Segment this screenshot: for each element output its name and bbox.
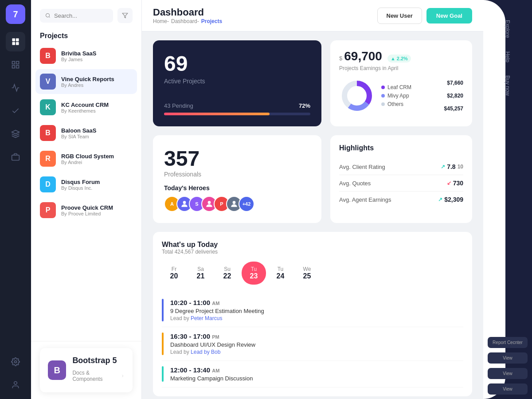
docs-link[interactable]: Docs & Components [72,368,125,384]
legend-amounts: $7,660 $2,820 $45,257 [444,80,463,112]
earnings-amount: 69,700 [344,49,382,63]
breadcrumb-dashboard[interactable]: Dashboard- [171,18,199,24]
heroes-label: Today's Heroes [164,184,310,192]
earnings-value: $2,309 [444,196,463,203]
breadcrumb-home[interactable]: Home- [153,18,169,24]
search-input[interactable] [54,12,108,19]
highlight-row-earnings: Avg. Agent Earnings ↗ $2,309 [339,192,463,207]
rating-value: 7.8 [447,163,455,170]
sidebar-item-user-bottom[interactable] [6,375,25,395]
avatar-more[interactable]: +42 [239,196,254,212]
view-button-1[interactable]: View [488,352,528,364]
project-icon: B [40,48,56,64]
pending-row: 43 Pending 72% [164,102,310,109]
svg-rect-7 [16,66,19,68]
day-item[interactable]: Sa 21 [188,262,213,285]
day-name: Tu [278,266,284,272]
breadcrumb-projects[interactable]: Projects [201,18,222,24]
day-item[interactable]: Tu 24 [268,262,293,285]
sidebar-project-item[interactable]: K KC Account CRM By Keenthemes [35,95,137,120]
highlight-val-rating: ↗ 7.8 10 [441,163,463,170]
filter-button[interactable] [117,8,133,23]
svg-point-10 [15,361,17,363]
professionals-label: Professionals [164,171,310,178]
event-bar [162,332,164,355]
legend-dot-mivy [381,94,385,98]
sidebar-item-analytics[interactable] [6,78,25,98]
svg-point-12 [46,13,50,17]
docs-label: Docs & Components [72,370,118,382]
sidebar-project-item[interactable]: P Proove Quick CRM By Proove Limited [35,198,137,223]
day-number: 21 [197,272,205,280]
donut-chart [339,78,375,113]
bootstrap-card: B Bootstrap 5 Docs & Components [40,348,133,392]
pending-percent: 72% [299,102,310,109]
avatar-img-2 [180,200,189,208]
sidebar-item-grid[interactable] [6,55,25,74]
project-icon: R [40,151,56,167]
professionals-count: 357 [164,146,310,171]
svg-marker-8 [12,130,20,134]
sidebar-project-item[interactable]: D Disqus Forum By Disqus Inc. [35,172,137,197]
legend-leaf-crm: Leaf CRM [381,84,411,90]
svg-rect-5 [16,62,19,64]
sidebar-bottom: B Bootstrap 5 Docs & Components [31,341,141,399]
view-button-3[interactable]: View [488,383,528,395]
day-name: Fr [172,266,176,272]
day-item[interactable]: Su 22 [215,262,239,285]
day-item[interactable]: Fr 20 [162,262,186,285]
project-by: By Andres [61,82,133,88]
search-box[interactable] [40,9,113,23]
day-item[interactable]: We 25 [295,262,319,285]
day-number: 22 [223,272,231,280]
report-center-button[interactable]: Report Cecnter [488,337,528,348]
project-icon: P [40,202,56,218]
stats-row: 69 Active Projects 43 Pending 72% $ 69,7… [153,40,472,126]
breadcrumb: Home- Dashboard- Projects [153,18,222,24]
event-person-link[interactable]: Lead by Bob [191,349,220,355]
amount-mivy-app: $2,820 [444,93,463,99]
event-title: Dashboard UI/UX Design Review [170,341,255,348]
day-item[interactable]: Tu 23 [242,262,266,285]
project-icon: D [40,176,56,192]
earnings-card: $ 69,700 ▲ 2.2% Projects Earnings in Apr… [330,40,472,126]
new-goal-button[interactable]: New Goal [426,8,472,23]
days-row: Fr 20 Sa 21 Su 22 Tu 23 Tu 24 We 25 [162,262,463,285]
sidebar-project-item[interactable]: B Briviba SaaS By James [35,43,137,68]
legend-others: Others [381,101,411,107]
new-user-button[interactable]: New User [377,8,422,24]
project-name: Disqus Forum [61,179,133,185]
event-details: 12:00 - 13:40 AM Marketing Campaign Disc… [170,366,253,382]
svg-point-18 [183,201,186,204]
donut-legend: Leaf CRM Mivy App Others [381,84,411,107]
sidebar-item-settings[interactable] [6,352,25,372]
svg-rect-4 [12,62,15,64]
sidebar-item-check[interactable] [6,101,25,121]
sidebar-item-layers[interactable] [6,124,25,144]
sidebar-project-item[interactable]: R RGB Cloud System By Andrei [35,146,137,171]
explore-label: Explore [505,20,511,38]
user-avatar-number[interactable]: 7 [6,4,25,24]
svg-rect-3 [16,42,19,45]
sidebar: Projects B Briviba SaaS By James V Vine … [31,0,142,399]
sidebar-item-briefcase[interactable] [6,147,25,167]
sidebar-project-item[interactable]: V Vine Quick Reports By Andres [35,69,137,94]
event-item: 10:20 - 11:00 AM 9 Degree Project Estima… [162,293,463,327]
legend-mivy-app: Mivy App [381,93,411,99]
sidebar-title: Projects [31,27,141,43]
svg-marker-14 [122,13,128,18]
view-button-2[interactable]: View [488,368,528,379]
day-name: Su [224,266,231,272]
project-by: By Proove Limited [61,211,133,216]
project-name: RGB Cloud System [61,153,133,160]
svg-rect-2 [12,42,16,45]
event-item: 12:00 - 13:40 AM Marketing Campaign Disc… [162,361,463,387]
sidebar-item-dashboard[interactable] [6,32,25,51]
event-title: Marketing Campaign Discussion [170,375,253,382]
project-by: By Andrei [61,160,133,165]
event-item: 16:30 - 17:00 PM Dashboard UI/UX Design … [162,327,463,361]
sidebar-project-item[interactable]: B Baloon SaaS By SIA Team [35,121,137,145]
event-person-link[interactable]: Peter Marcus [191,315,222,321]
event-ampm: PM [212,334,219,340]
event-title: 9 Degree Project Estimation Meeting [170,308,264,314]
